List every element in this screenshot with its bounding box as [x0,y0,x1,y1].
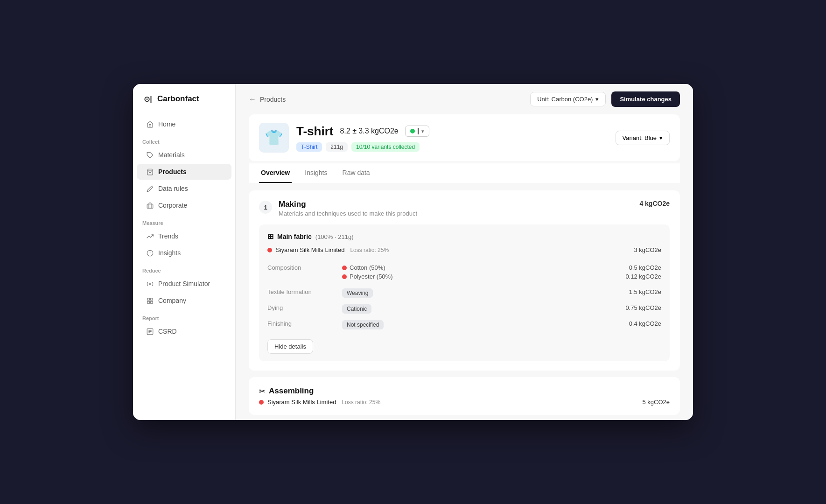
sidebar-item-data-rules[interactable]: Data rules [137,181,231,196]
assembling-header: ✂ Assembling [259,386,670,396]
sidebar-item-company[interactable]: Company [137,293,231,308]
polyester-status-icon [342,274,347,279]
company-icon [146,297,154,304]
sidebar-item-materials[interactable]: Materials [137,147,231,163]
sidebar-item-products[interactable]: Products [137,164,231,180]
app-logo: ⊙| Carbonfact [133,93,235,116]
product-simulator-label: Product Simulator [158,280,210,287]
data-rules-label: Data rules [158,185,188,192]
variant-chevron-icon: ▾ [659,134,663,141]
simulate-changes-button[interactable]: Simulate changes [611,91,680,107]
fabric-title-text: Main fabric (100% · 211g) [277,233,353,240]
report-section-label: Report [133,309,235,323]
making-section-number: 1 [259,201,272,214]
carbon-indicator[interactable]: ▾ [405,126,429,137]
fabric-header: ⊞ Main fabric (100% · 211g) [267,232,661,241]
svg-rect-7 [147,298,149,300]
product-carbon: 8.2 ± 3.3 kgCO2e [340,127,398,135]
product-title-row: T-shirt 8.2 ± 3.3 kgCO2e ▾ [296,124,429,139]
finishing-value-cell: Not specified [342,317,529,333]
top-bar: ← Products Unit: Carbon (CO2e) ▾ Simulat… [236,84,693,114]
measure-section-label: Measure [133,214,235,228]
making-title: Making [279,200,417,209]
carbon-chevron-icon: ▾ [421,128,424,134]
composition-co2-values: 0.5 kgCO2e 0.12 kgCO2e [529,261,661,285]
tab-insights[interactable]: Insights [303,163,329,183]
products-label: Products [158,168,187,175]
dying-co2: 0.75 kgCO2e [529,301,661,317]
main-content: ← Products Unit: Carbon (CO2e) ▾ Simulat… [236,84,693,420]
assembling-supplier-row: Siyaram Silk Mills Limited Loss ratio: 2… [259,399,670,406]
supplier-info: Siyaram Silk Mills Limited Loss ratio: 2… [267,246,389,253]
trends-label: Trends [158,232,178,240]
supplier-row: Siyaram Silk Mills Limited Loss ratio: 2… [267,246,661,253]
assembling-title: Assembling [269,386,314,396]
logo-icon: ⊙| [142,93,154,105]
making-title-group: 1 Making Materials and techniques used t… [259,200,417,217]
textile-label: Textile formation [267,285,342,301]
making-title-text: Making Materials and techniques used to … [279,200,417,217]
unit-label: Unit: Carbon (CO2e) [537,96,593,103]
product-left: 👕 T-shirt 8.2 ± 3.3 kgCO2e ▾ [259,123,429,153]
sidebar-item-product-simulator[interactable]: Product Simulator [137,276,231,292]
breadcrumb[interactable]: ← Products [249,95,286,104]
insights-icon [146,249,154,257]
textile-co2: 1.5 kgCO2e [529,285,661,301]
top-bar-actions: Unit: Carbon (CO2e) ▾ Simulate changes [530,91,680,107]
back-arrow-icon: ← [249,95,256,104]
reduce-section-label: Reduce [133,261,235,275]
tab-overview[interactable]: Overview [259,163,292,183]
sidebar-item-corporate[interactable]: Corporate [137,197,231,213]
materials-icon [146,151,154,159]
svg-rect-10 [150,301,152,303]
making-total: 4 kgCO2e [639,200,670,207]
dying-label: Dying [267,301,342,317]
dying-value: Cationic [342,304,371,314]
variant-selector[interactable]: Variant: Blue ▾ [616,131,670,145]
supplier-co2-value: 3 kgCO2e [634,246,661,253]
materials-label: Materials [158,151,185,159]
hide-details-button[interactable]: Hide details [267,339,313,354]
collect-section-label: Collect [133,133,235,147]
finishing-row: Finishing Not specified 0.4 kgCO2e [267,317,661,333]
cotton-status-icon [342,266,347,270]
dying-value-cell: Cationic [342,301,529,317]
dying-row: Dying Cationic 0.75 kgCO2e [267,301,661,317]
tag-variants: 10/10 variants collected [351,142,420,152]
textile-value: Weaving [342,288,373,298]
finishing-co2: 0.4 kgCO2e [529,317,661,333]
assembling-supplier-info: Siyaram Silk Mills Limited Loss ratio: 2… [259,399,380,406]
sidebar-item-trends[interactable]: Trends [137,228,231,244]
breadcrumb-label: Products [260,96,286,103]
corporate-label: Corporate [158,202,187,209]
polyester-label: Polyester (50%) [350,273,392,280]
tabs-bar: Overview Insights Raw data [249,163,680,183]
assembling-loss-ratio: Loss ratio: 25% [342,399,380,406]
cotton-co2: 0.5 kgCO2e [529,264,661,271]
trends-icon [146,232,154,240]
tab-raw-data[interactable]: Raw data [341,163,372,183]
carbon-dot-icon [410,129,415,133]
sidebar: ⊙| Carbonfact Home Collect Materials Pro… [133,84,236,420]
content-area: 👕 T-shirt 8.2 ± 3.3 kgCO2e ▾ [236,114,693,420]
sidebar-item-insights[interactable]: Insights [137,245,231,261]
making-section-header: 1 Making Materials and techniques used t… [259,200,670,217]
svg-rect-2 [147,204,153,208]
sidebar-item-home[interactable]: Home [137,116,231,132]
data-rules-icon [146,185,154,192]
scissors-icon: ✂ [259,387,265,396]
tag-tshirt: T-Shirt [296,142,322,152]
composition-label: Composition [267,261,342,285]
unit-chevron-icon: ▾ [595,96,599,103]
sidebar-item-csrd[interactable]: CSRD [137,323,231,339]
cotton-label: Cotton (50%) [350,264,385,271]
home-label: Home [158,120,175,128]
composition-row: Composition Cotton (50%) Polyester (50%) [267,261,661,285]
product-tags: T-Shirt 211g 10/10 variants collected [296,142,429,152]
unit-selector[interactable]: Unit: Carbon (CO2e) ▾ [530,92,606,106]
finishing-value: Not specified [342,320,384,329]
app-name: Carbonfact [157,94,199,104]
making-section: 1 Making Materials and techniques used t… [249,190,680,371]
company-label: Company [158,297,186,304]
assembling-section: ✂ Assembling Siyaram Silk Mills Limited … [249,377,680,415]
